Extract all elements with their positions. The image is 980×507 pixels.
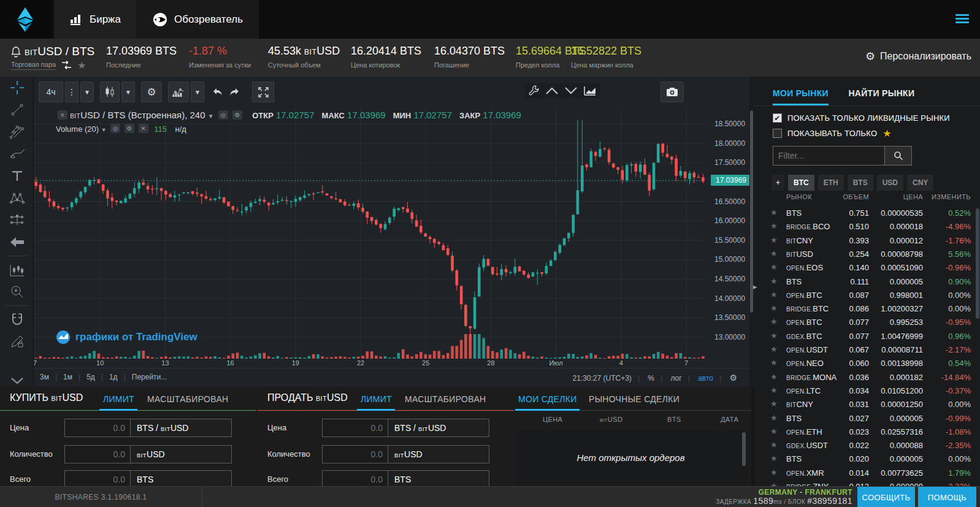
- sell-tab-limit[interactable]: ЛИМИТ: [361, 394, 392, 404]
- trades-col-date[interactable]: ДАТА: [721, 416, 738, 423]
- market-row-open.BTC[interactable]: ★ open.BTC 0.087 0.998001 0.00%: [754, 289, 980, 302]
- market-row-bridge.ZNY[interactable]: ★ bridge.ZNY 0.012 0.000009 -2.32%: [754, 480, 980, 486]
- zoom-in-tool-icon[interactable]: [0, 281, 34, 303]
- market-row-open.XMR[interactable]: ★ open.XMR 0.014 0.00773625 1.79%: [754, 467, 980, 480]
- market-row-open.ETH[interactable]: ★ open.ETH 0.023 0.02557316 -1.08%: [754, 425, 980, 439]
- personalize-button[interactable]: ⚙ Персонализировать: [865, 50, 971, 63]
- market-row-BTS[interactable]: ★ BTS 0.111 0.000005 0.90%: [754, 275, 980, 289]
- favorite-star-icon[interactable]: ★: [770, 249, 778, 258]
- col-market[interactable]: РЫНОК: [786, 193, 812, 200]
- interval-dropdown-icon[interactable]: ▼: [80, 82, 94, 102]
- sell-tab-scaled[interactable]: МАСШТАБИРОВАН: [405, 394, 486, 404]
- sidebar-scrollbar[interactable]: [976, 208, 979, 319]
- favorite-star-icon[interactable]: ★: [770, 372, 778, 381]
- chart-clock[interactable]: 21:30:27 (UTC+3): [572, 374, 631, 383]
- market-row-gdex.BTC[interactable]: ★ gdex.BTC 0.077 1.00476999 0.96%: [754, 330, 980, 343]
- percent-scale-button[interactable]: %: [648, 374, 654, 383]
- favorite-star-icon[interactable]: ★: [770, 468, 778, 477]
- market-row-BTS[interactable]: ★ BTS 0.027 0.000005 -0.99%: [754, 412, 980, 425]
- auto-scale-button[interactable]: авто: [698, 374, 713, 383]
- xabcd-pattern-tool-icon[interactable]: [0, 187, 34, 209]
- market-row-bridge.MONA[interactable]: ★ bridge.MONA 0.036 0.000182 -14.84%: [754, 371, 980, 384]
- candlestick-chart[interactable]: 710131619222528Июл47: [34, 107, 705, 368]
- market-filter-input[interactable]: [773, 146, 885, 166]
- buy-tab-limit[interactable]: ЛИМИТ: [103, 394, 134, 404]
- crosshair-tool-icon[interactable]: [0, 77, 34, 99]
- sidebar-collapse-arrow-icon[interactable]: ▸: [753, 282, 757, 291]
- tab-market-trades[interactable]: РЫНОЧНЫЕ СДЕЛКИ: [589, 394, 679, 404]
- range-button-Перейти...[interactable]: Перейти...: [132, 373, 167, 381]
- favorite-star-icon[interactable]: ★: [770, 262, 778, 272]
- sell-Цена-input[interactable]: 0.0: [322, 419, 388, 437]
- price-axis[interactable]: 18.5000018.0000017.5000017.0000016.50000…: [708, 107, 754, 368]
- favorite-star-icon[interactable]: ★: [770, 413, 778, 422]
- chart-settings-gear-icon[interactable]: ⚙: [141, 82, 162, 102]
- asset-tab-CNY[interactable]: CNY: [907, 175, 933, 191]
- asset-tab-add[interactable]: +: [771, 175, 784, 191]
- fullscreen-icon[interactable]: [252, 82, 274, 102]
- tab-find-markets[interactable]: НАЙТИ РЫНКИ: [848, 88, 914, 104]
- asset-tab-BTC[interactable]: BTC: [788, 175, 814, 191]
- favorite-star-icon[interactable]: ★: [770, 427, 778, 436]
- favorite-star-icon[interactable]: ★: [770, 303, 778, 313]
- depth-chart-toggle-icon[interactable]: [583, 85, 597, 96]
- trades-col-bitusd[interactable]: bitUSD: [600, 416, 622, 423]
- favorite-star-icon[interactable]: ★: [770, 481, 778, 486]
- favorite-star-icon[interactable]: ★: [770, 276, 778, 286]
- favorite-star-icon[interactable]: ★: [770, 208, 778, 217]
- hamburger-menu-icon[interactable]: [955, 14, 969, 25]
- favorite-star-icon[interactable]: ★: [770, 454, 778, 463]
- favorite-star-icon[interactable]: ★: [770, 399, 778, 408]
- sell-Всего-input[interactable]: 0.0: [322, 470, 388, 486]
- liquid-markets-checkbox-row[interactable]: ✔ ПОКАЗАТЬ ТОЛЬКО ЛИКВИДНЫЕ РЫНКИ: [773, 113, 950, 123]
- chart-scrollbar[interactable]: [749, 77, 754, 386]
- interval-menu-icon[interactable]: ⋮: [65, 82, 78, 102]
- market-search-button[interactable]: [885, 146, 912, 166]
- forecast-tool-icon[interactable]: [0, 209, 34, 231]
- scroll-up-chevron-icon[interactable]: [545, 86, 559, 95]
- favorite-star-icon[interactable]: ★: [770, 221, 778, 231]
- swap-pair-icon[interactable]: [61, 61, 72, 70]
- favorite-pair-star-icon[interactable]: ★: [77, 62, 86, 69]
- asset-tab-ETH[interactable]: ETH: [818, 175, 844, 191]
- bar-pattern-tool-icon[interactable]: [0, 259, 34, 281]
- col-volume[interactable]: ОБЪЕМ: [843, 193, 869, 200]
- market-row-open.BTC[interactable]: ★ open.BTC 0.077 0.995253 -0.95%: [754, 316, 980, 329]
- tab-my-markets[interactable]: МОИ РЫНКИ: [773, 88, 829, 105]
- indicators-dropdown-icon[interactable]: ▼: [191, 82, 204, 102]
- trades-col-price[interactable]: ЦЕНА: [543, 416, 562, 423]
- favorite-star-icon[interactable]: ★: [770, 358, 778, 367]
- redo-icon[interactable]: [227, 82, 242, 102]
- liquid-markets-checkbox[interactable]: ✔: [773, 113, 782, 123]
- hide-drawings-arrow-tool-icon[interactable]: [0, 231, 34, 253]
- buy-Цена-input[interactable]: 0.0: [64, 419, 131, 437]
- asset-tab-USD[interactable]: USD: [877, 175, 903, 191]
- range-button-5д[interactable]: 5д: [86, 373, 95, 381]
- market-row-bridge.BTC[interactable]: ★ bridge.BTC 0.086 1.00200327 0.00%: [754, 302, 980, 316]
- help-button[interactable]: ПОМОЩЬ: [918, 487, 976, 507]
- buy-Всего-input[interactable]: 0.0: [64, 470, 131, 486]
- price-alert-bell-icon[interactable]: [11, 46, 21, 58]
- market-row-bridge.BCO[interactable]: ★ bridge.BCO 0.510 0.000018 -4.96%: [754, 220, 980, 234]
- chart-style-candles-icon[interactable]: [100, 82, 120, 102]
- favorite-star-icon[interactable]: ★: [770, 440, 778, 449]
- range-button-1д[interactable]: 1д: [109, 373, 118, 381]
- favorite-star-icon[interactable]: ★: [770, 290, 778, 299]
- market-row-open.USDT[interactable]: ★ open.USDT 0.067 0.00008711 -2.17%: [754, 343, 980, 357]
- log-scale-button[interactable]: лог: [670, 374, 681, 383]
- buy-tab-scaled[interactable]: МАСШТАБИРОВАН: [147, 394, 228, 404]
- market-row-bitCNY[interactable]: ★ bitCNY 0.031 0.00001250 0.00%: [754, 398, 980, 411]
- interval-button[interactable]: 4ч: [39, 82, 63, 102]
- favorite-star-icon[interactable]: ★: [770, 317, 778, 326]
- favorite-star-icon[interactable]: ★: [770, 235, 778, 245]
- range-button-1м[interactable]: 1м: [63, 373, 72, 381]
- buy-Количество-input[interactable]: 0.0: [64, 445, 131, 463]
- trading-pair-block[interactable]: bitUSD / BTS Торговая пара ★: [11, 45, 94, 70]
- market-row-bitUSD[interactable]: ★ bitUSD 0.254 0.00008798 5.56%: [754, 248, 980, 261]
- market-row-gdex.USDT[interactable]: ★ gdex.USDT 0.022 0.000088 -2.35%: [754, 439, 980, 452]
- trend-line-tool-icon[interactable]: [0, 99, 34, 121]
- sell-Количество-input[interactable]: 0.0: [322, 445, 388, 463]
- tab-my-trades[interactable]: МОИ СДЕЛКИ: [518, 394, 577, 404]
- trades-scrollbar[interactable]: [742, 432, 746, 466]
- bitshares-logo[interactable]: [0, 0, 50, 39]
